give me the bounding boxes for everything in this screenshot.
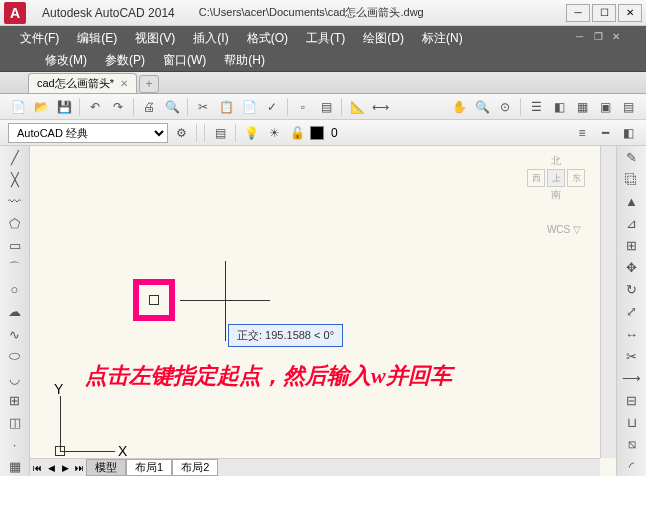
menu-modify[interactable]: 修改(M) bbox=[45, 52, 87, 69]
menu-tools[interactable]: 工具(T) bbox=[306, 30, 345, 47]
layer-props-icon[interactable]: ▤ bbox=[210, 123, 230, 143]
make-block-tool-icon[interactable]: ◫ bbox=[4, 413, 26, 432]
match-icon[interactable]: ✓ bbox=[262, 97, 282, 117]
stretch-tool-icon[interactable]: ↔ bbox=[621, 325, 643, 344]
layer-state-icon[interactable]: 💡 bbox=[241, 123, 261, 143]
sheet-nav-next-icon[interactable]: ▶ bbox=[58, 461, 72, 475]
layer-freeze-icon[interactable]: ☀ bbox=[264, 123, 284, 143]
lineweight-icon[interactable]: ━ bbox=[595, 123, 615, 143]
sheet-icon[interactable]: ▣ bbox=[595, 97, 615, 117]
ellipse-arc-tool-icon[interactable]: ◡ bbox=[4, 369, 26, 388]
titlebar: A Autodesk AutoCAD 2014 C:\Users\acer\Do… bbox=[0, 0, 646, 26]
close-button[interactable]: ✕ bbox=[618, 4, 642, 22]
undo-icon[interactable]: ↶ bbox=[85, 97, 105, 117]
sheet-nav-prev-icon[interactable]: ◀ bbox=[44, 461, 58, 475]
menu-dimension[interactable]: 标注(N) bbox=[422, 30, 463, 47]
new-file-icon[interactable]: 📄 bbox=[8, 97, 28, 117]
spline-tool-icon[interactable]: ∿ bbox=[4, 325, 26, 344]
zoom-icon[interactable]: 🔍 bbox=[472, 97, 492, 117]
doc-restore-icon[interactable]: ❐ bbox=[594, 31, 608, 45]
file-path: C:\Users\acer\Documents\cad怎么画箭头.dwg bbox=[199, 5, 424, 20]
xline-tool-icon[interactable]: ╳ bbox=[4, 170, 26, 189]
join-tool-icon[interactable]: ⊔ bbox=[621, 413, 643, 432]
tool-palette-icon[interactable]: ▦ bbox=[572, 97, 592, 117]
scale-tool-icon[interactable]: ⤢ bbox=[621, 302, 643, 321]
menu-insert[interactable]: 插入(I) bbox=[193, 30, 228, 47]
menu-parametric[interactable]: 参数(P) bbox=[105, 52, 145, 69]
orbit-icon[interactable]: ⊙ bbox=[495, 97, 515, 117]
point-tool-icon[interactable]: · bbox=[4, 435, 26, 454]
properties-icon[interactable]: ☰ bbox=[526, 97, 546, 117]
sheet-tab-layout1[interactable]: 布局1 bbox=[126, 459, 172, 476]
erase-tool-icon[interactable]: ✎ bbox=[621, 148, 643, 167]
paste-icon[interactable]: 📄 bbox=[239, 97, 259, 117]
offset-tool-icon[interactable]: ⊿ bbox=[621, 214, 643, 233]
color-icon[interactable]: ◧ bbox=[618, 123, 638, 143]
menu-draw[interactable]: 绘图(D) bbox=[363, 30, 404, 47]
menu-help[interactable]: 帮助(H) bbox=[224, 52, 265, 69]
rotate-tool-icon[interactable]: ↻ bbox=[621, 280, 643, 299]
insert-block-tool-icon[interactable]: ⊞ bbox=[4, 391, 26, 410]
trim-tool-icon[interactable]: ✂ bbox=[621, 347, 643, 366]
sheet-nav-first-icon[interactable]: ⏮ bbox=[30, 461, 44, 475]
menu-file[interactable]: 文件(F) bbox=[20, 30, 59, 47]
maximize-button[interactable]: ☐ bbox=[592, 4, 616, 22]
hatch-tool-icon[interactable]: ▦ bbox=[4, 457, 26, 476]
redo-icon[interactable]: ↷ bbox=[108, 97, 128, 117]
dim-icon[interactable]: ⟷ bbox=[370, 97, 390, 117]
sheet-tab-layout2[interactable]: 布局2 bbox=[172, 459, 218, 476]
wcs-label[interactable]: WCS ▽ bbox=[547, 224, 581, 235]
measure-icon[interactable]: 📐 bbox=[347, 97, 367, 117]
layer-color-swatch[interactable] bbox=[310, 126, 324, 140]
circle-tool-icon[interactable]: ○ bbox=[4, 280, 26, 299]
menu-format[interactable]: 格式(O) bbox=[247, 30, 288, 47]
sheet-tabs: ⏮ ◀ ▶ ⏭ 模型 布局1 布局2 bbox=[30, 459, 218, 476]
move-tool-icon[interactable]: ✥ bbox=[621, 258, 643, 277]
menu-view[interactable]: 视图(V) bbox=[135, 30, 175, 47]
tab-close-icon[interactable]: ✕ bbox=[120, 78, 128, 89]
ellipse-tool-icon[interactable]: ⬭ bbox=[4, 347, 26, 366]
menu-edit[interactable]: 编辑(E) bbox=[77, 30, 117, 47]
copy-tool-icon[interactable]: ⿻ bbox=[621, 170, 643, 189]
block-icon[interactable]: ▫ bbox=[293, 97, 313, 117]
open-file-icon[interactable]: 📂 bbox=[31, 97, 51, 117]
menu-window[interactable]: 窗口(W) bbox=[163, 52, 206, 69]
extend-tool-icon[interactable]: ⟶ bbox=[621, 369, 643, 388]
revcloud-tool-icon[interactable]: ☁ bbox=[4, 302, 26, 321]
minimize-button[interactable]: ─ bbox=[566, 4, 590, 22]
arc-tool-icon[interactable]: ⌒ bbox=[4, 258, 26, 277]
mirror-tool-icon[interactable]: ▲ bbox=[621, 192, 643, 211]
chamfer-tool-icon[interactable]: ⧅ bbox=[621, 435, 643, 454]
sheet-nav-last-icon[interactable]: ⏭ bbox=[72, 461, 86, 475]
break-tool-icon[interactable]: ⊟ bbox=[621, 391, 643, 410]
doc-minimize-icon[interactable]: ─ bbox=[576, 31, 590, 45]
preview-icon[interactable]: 🔍 bbox=[162, 97, 182, 117]
drawing-canvas[interactable]: 北 西上东 南 WCS ▽ 正交: 195.1588 < 0° 点击左键指定起点… bbox=[30, 146, 616, 476]
design-icon[interactable]: ◧ bbox=[549, 97, 569, 117]
layer-lock-icon[interactable]: 🔓 bbox=[287, 123, 307, 143]
line-tool-icon[interactable]: ╱ bbox=[4, 148, 26, 167]
print-icon[interactable]: 🖨 bbox=[139, 97, 159, 117]
calc-icon[interactable]: ▤ bbox=[618, 97, 638, 117]
doc-close-icon[interactable]: ✕ bbox=[612, 31, 626, 45]
new-tab-button[interactable]: + bbox=[139, 75, 159, 93]
polyline-tool-icon[interactable]: 〰 bbox=[4, 192, 26, 211]
layer-icon[interactable]: ▤ bbox=[316, 97, 336, 117]
view-cube[interactable]: 北 西上东 南 bbox=[526, 154, 586, 202]
menubar-row2: 修改(M) 参数(P) 窗口(W) 帮助(H) bbox=[0, 50, 646, 72]
menubar: 文件(F) 编辑(E) 视图(V) 插入(I) 格式(O) 工具(T) 绘图(D… bbox=[0, 26, 646, 50]
sheet-tab-model[interactable]: 模型 bbox=[86, 459, 126, 476]
fillet-tool-icon[interactable]: ◜ bbox=[621, 457, 643, 476]
pan-icon[interactable]: ✋ bbox=[449, 97, 469, 117]
rectangle-tool-icon[interactable]: ▭ bbox=[4, 236, 26, 255]
array-tool-icon[interactable]: ⊞ bbox=[621, 236, 643, 255]
vertical-scrollbar[interactable] bbox=[600, 146, 616, 458]
save-icon[interactable]: 💾 bbox=[54, 97, 74, 117]
cut-icon[interactable]: ✂ bbox=[193, 97, 213, 117]
document-tab[interactable]: cad怎么画箭头* ✕ bbox=[28, 73, 137, 93]
workspace-select[interactable]: AutoCAD 经典 bbox=[8, 123, 168, 143]
copy-icon[interactable]: 📋 bbox=[216, 97, 236, 117]
workspace-settings-icon[interactable]: ⚙ bbox=[171, 123, 191, 143]
polygon-tool-icon[interactable]: ⬠ bbox=[4, 214, 26, 233]
linetype-icon[interactable]: ≡ bbox=[572, 123, 592, 143]
